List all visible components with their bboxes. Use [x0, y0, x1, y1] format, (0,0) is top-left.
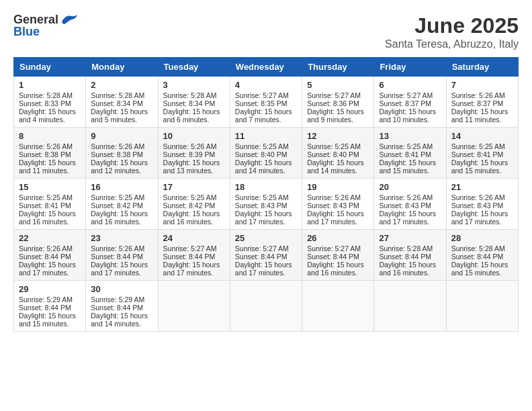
- day-info-line: Sunrise: 5:26 AM: [19, 244, 81, 253]
- day-info-line: Sunrise: 5:27 AM: [163, 244, 225, 253]
- day-info-line: Daylight: 15 hours: [91, 312, 152, 320]
- day-info-line: and 17 minutes.: [235, 218, 297, 226]
- logo: General Blue: [13, 13, 79, 39]
- day-info-line: Daylight: 15 hours: [307, 210, 369, 218]
- day-info-line: and 15 minutes.: [19, 320, 81, 328]
- day-info-line: Daylight: 15 hours: [379, 210, 441, 218]
- day-info-line: Sunset: 8:37 PM: [451, 99, 513, 107]
- day-number: 9: [91, 131, 152, 141]
- calendar-cell: 12Sunrise: 5:25 AMSunset: 8:40 PMDayligh…: [302, 128, 374, 179]
- day-info-line: Sunset: 8:44 PM: [19, 253, 81, 261]
- calendar-cell: 8Sunrise: 5:26 AMSunset: 8:38 PMDaylight…: [14, 128, 86, 179]
- day-info-line: Daylight: 15 hours: [19, 158, 81, 167]
- day-header-thursday: Thursday: [302, 58, 374, 77]
- calendar-cell: 9Sunrise: 5:26 AMSunset: 8:38 PMDaylight…: [86, 128, 158, 179]
- day-info-line: Daylight: 15 hours: [91, 210, 152, 218]
- day-info-line: Daylight: 15 hours: [19, 261, 81, 269]
- calendar-cell: 24Sunrise: 5:27 AMSunset: 8:44 PMDayligh…: [158, 230, 230, 281]
- day-info-line: Sunrise: 5:28 AM: [379, 244, 441, 253]
- day-number: 1: [19, 80, 81, 90]
- day-info-line: Sunset: 8:44 PM: [91, 304, 152, 312]
- calendar-cell: 27Sunrise: 5:28 AMSunset: 8:44 PMDayligh…: [374, 230, 446, 281]
- day-info-line: and 17 minutes.: [451, 218, 513, 226]
- day-info-line: Daylight: 15 hours: [451, 158, 513, 167]
- week-row-5: 29Sunrise: 5:29 AMSunset: 8:44 PMDayligh…: [14, 281, 519, 332]
- day-info-line: and 14 minutes.: [235, 167, 297, 175]
- day-info-line: and 16 minutes.: [307, 269, 369, 277]
- calendar-cell: 16Sunrise: 5:25 AMSunset: 8:42 PMDayligh…: [86, 179, 158, 230]
- day-number: 2: [91, 80, 152, 90]
- day-info-line: Daylight: 15 hours: [235, 158, 297, 167]
- day-info-line: Daylight: 15 hours: [379, 158, 441, 167]
- day-number: 21: [451, 182, 513, 192]
- day-info-line: Sunrise: 5:28 AM: [91, 91, 152, 99]
- day-number: 28: [451, 233, 513, 243]
- calendar-cell: 30Sunrise: 5:29 AMSunset: 8:44 PMDayligh…: [86, 281, 158, 332]
- day-info-line: Sunrise: 5:25 AM: [307, 142, 369, 150]
- day-info-line: and 17 minutes.: [307, 218, 369, 226]
- calendar-cell: 4Sunrise: 5:27 AMSunset: 8:35 PMDaylight…: [230, 77, 302, 128]
- day-info-line: Daylight: 15 hours: [307, 158, 369, 167]
- calendar-cell: 21Sunrise: 5:26 AMSunset: 8:43 PMDayligh…: [446, 179, 518, 230]
- day-info-line: Sunset: 8:34 PM: [91, 99, 152, 107]
- day-info-line: and 6 minutes.: [163, 116, 225, 124]
- day-info-line: Sunset: 8:44 PM: [91, 253, 152, 261]
- day-info-line: Sunrise: 5:25 AM: [19, 193, 81, 201]
- day-info-line: Daylight: 15 hours: [163, 261, 225, 269]
- day-header-tuesday: Tuesday: [158, 58, 230, 77]
- day-info-line: Sunrise: 5:26 AM: [19, 142, 81, 150]
- day-info-line: Sunset: 8:44 PM: [307, 253, 369, 261]
- day-info-line: Sunrise: 5:26 AM: [91, 142, 152, 150]
- calendar-cell: 26Sunrise: 5:27 AMSunset: 8:44 PMDayligh…: [302, 230, 374, 281]
- calendar-cell: [158, 281, 230, 332]
- day-number: 19: [307, 182, 369, 192]
- header: General Blue June 2025 Santa Teresa, Abr…: [13, 13, 519, 50]
- calendar-cell: 10Sunrise: 5:26 AMSunset: 8:39 PMDayligh…: [158, 128, 230, 179]
- day-info-line: Sunset: 8:43 PM: [307, 201, 369, 210]
- day-header-monday: Monday: [86, 58, 158, 77]
- calendar-cell: [374, 281, 446, 332]
- day-number: 29: [19, 284, 81, 294]
- day-info-line: and 11 minutes.: [451, 116, 513, 124]
- day-number: 18: [235, 182, 297, 192]
- day-info-line: and 12 minutes.: [91, 167, 152, 175]
- day-info-line: Sunset: 8:39 PM: [163, 150, 225, 158]
- day-number: 5: [307, 80, 369, 90]
- day-number: 24: [163, 233, 225, 243]
- day-info-line: Sunrise: 5:25 AM: [235, 193, 297, 201]
- day-info-line: Sunset: 8:42 PM: [163, 201, 225, 210]
- day-number: 10: [163, 131, 225, 141]
- day-number: 7: [451, 80, 513, 90]
- day-info-line: Daylight: 15 hours: [235, 261, 297, 269]
- calendar-cell: 6Sunrise: 5:27 AMSunset: 8:37 PMDaylight…: [374, 77, 446, 128]
- day-info-line: Sunset: 8:44 PM: [235, 253, 297, 261]
- calendar-cell: 29Sunrise: 5:29 AMSunset: 8:44 PMDayligh…: [14, 281, 86, 332]
- day-info-line: Sunset: 8:40 PM: [235, 150, 297, 158]
- day-info-line: Sunset: 8:33 PM: [19, 99, 81, 107]
- calendar: SundayMondayTuesdayWednesdayThursdayFrid…: [13, 57, 519, 332]
- day-info-line: Sunrise: 5:27 AM: [307, 91, 369, 99]
- day-info-line: Sunset: 8:38 PM: [91, 150, 152, 158]
- day-info-line: Sunrise: 5:27 AM: [235, 244, 297, 253]
- day-info-line: and 17 minutes.: [379, 218, 441, 226]
- day-info-line: Daylight: 15 hours: [307, 261, 369, 269]
- calendar-cell: [230, 281, 302, 332]
- day-info-line: Sunrise: 5:29 AM: [91, 295, 152, 304]
- day-info-line: and 17 minutes.: [235, 269, 297, 277]
- day-info-line: Daylight: 15 hours: [163, 158, 225, 167]
- day-info-line: Sunrise: 5:27 AM: [235, 91, 297, 99]
- day-info-line: Sunset: 8:41 PM: [451, 150, 513, 158]
- week-row-2: 8Sunrise: 5:26 AMSunset: 8:38 PMDaylight…: [14, 128, 519, 179]
- calendar-cell: 20Sunrise: 5:26 AMSunset: 8:43 PMDayligh…: [374, 179, 446, 230]
- day-info-line: Sunrise: 5:26 AM: [451, 91, 513, 99]
- day-number: 12: [307, 131, 369, 141]
- day-info-line: Daylight: 15 hours: [91, 158, 152, 167]
- day-number: 13: [379, 131, 441, 141]
- day-info-line: Daylight: 15 hours: [91, 261, 152, 269]
- calendar-cell: 28Sunrise: 5:28 AMSunset: 8:44 PMDayligh…: [446, 230, 518, 281]
- calendar-cell: 23Sunrise: 5:26 AMSunset: 8:44 PMDayligh…: [86, 230, 158, 281]
- day-info-line: Daylight: 15 hours: [451, 210, 513, 218]
- day-info-line: and 10 minutes.: [379, 116, 441, 124]
- day-info-line: Daylight: 15 hours: [451, 107, 513, 116]
- day-info-line: Sunrise: 5:25 AM: [379, 142, 441, 150]
